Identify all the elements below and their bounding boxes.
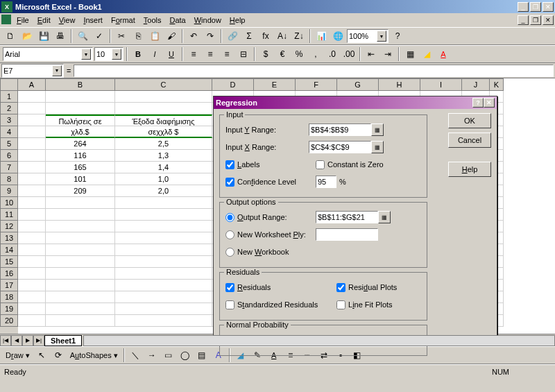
new-sheet-input[interactable] xyxy=(316,228,378,241)
zoom-combo[interactable]: 100% ▼ xyxy=(347,29,388,43)
cell[interactable] xyxy=(18,232,46,244)
row-header[interactable]: 20 xyxy=(0,315,18,327)
new-icon[interactable]: 🗋 xyxy=(3,28,18,44)
cell[interactable] xyxy=(46,209,115,221)
menu-view[interactable]: View xyxy=(55,15,80,26)
cell[interactable] xyxy=(18,162,46,173)
fontsize-combo[interactable]: 10 ▼ xyxy=(94,47,123,61)
cell[interactable] xyxy=(18,244,46,256)
autosum-icon[interactable]: Σ xyxy=(241,28,257,44)
minimize-button[interactable]: _ xyxy=(518,2,529,12)
confidence-input[interactable] xyxy=(316,176,336,188)
cell[interactable] xyxy=(115,280,212,291)
new-sheet-radio[interactable]: New Worksheet Ply: xyxy=(225,230,316,239)
fill-color-icon[interactable]: ◢ xyxy=(419,46,434,62)
workbook-icon[interactable] xyxy=(1,15,11,24)
paste-icon[interactable]: 📋 xyxy=(147,28,162,44)
undo-icon[interactable]: ↶ xyxy=(186,28,201,44)
cell[interactable] xyxy=(18,185,46,197)
cell[interactable] xyxy=(18,209,46,221)
preview-icon[interactable]: 🔍 xyxy=(75,28,90,44)
cell[interactable]: 1,4 xyxy=(115,162,212,173)
draw-menu[interactable]: Draw ▾ xyxy=(3,351,33,360)
cell[interactable] xyxy=(46,315,115,327)
column-header[interactable]: B xyxy=(46,78,115,91)
inc-indent-icon[interactable]: ⇥ xyxy=(380,46,395,62)
cell[interactable]: 264 xyxy=(46,138,115,150)
cell[interactable] xyxy=(18,103,46,114)
cell[interactable] xyxy=(18,303,46,315)
cell[interactable] xyxy=(46,91,115,103)
spell-icon[interactable]: ✓ xyxy=(92,28,107,44)
comma-icon[interactable]: , xyxy=(308,46,323,62)
row-header[interactable]: 16 xyxy=(0,268,18,280)
column-header[interactable]: I xyxy=(420,78,462,91)
chart-icon[interactable]: 📊 xyxy=(314,28,329,44)
cell[interactable]: 209 xyxy=(46,185,115,197)
cell[interactable] xyxy=(115,291,212,303)
column-header[interactable]: G xyxy=(337,78,379,91)
sort-desc-icon[interactable]: Z↓ xyxy=(291,28,307,44)
cell[interactable]: 1,0 xyxy=(115,173,212,185)
merge-icon[interactable]: ⊟ xyxy=(236,46,251,62)
rotate-icon[interactable]: ⟳ xyxy=(51,348,66,363)
cell[interactable]: 165 xyxy=(46,162,115,173)
cell[interactable] xyxy=(46,268,115,280)
maximize-button[interactable]: ❐ xyxy=(530,2,541,12)
row-header[interactable]: 10 xyxy=(0,197,18,209)
menu-format[interactable]: Format xyxy=(107,15,139,26)
row-header[interactable]: 5 xyxy=(0,138,18,150)
cell[interactable] xyxy=(18,280,46,291)
cell[interactable]: 2,0 xyxy=(115,185,212,197)
column-header[interactable]: A xyxy=(18,78,46,91)
cell[interactable]: χλδ.$ xyxy=(46,126,115,138)
cell[interactable] xyxy=(46,197,115,209)
dialog-help-button[interactable]: ? xyxy=(472,98,484,108)
cell[interactable] xyxy=(115,315,212,327)
redo-icon[interactable]: ↷ xyxy=(203,28,218,44)
doc-close-button[interactable]: ✕ xyxy=(543,15,554,25)
open-icon[interactable]: 📂 xyxy=(19,28,35,44)
cell[interactable] xyxy=(46,303,115,315)
cell[interactable]: 2,5 xyxy=(115,138,212,150)
menu-insert[interactable]: Insert xyxy=(79,15,107,26)
row-header[interactable]: 15 xyxy=(0,256,18,268)
dec-indent-icon[interactable]: ⇤ xyxy=(364,46,379,62)
cell[interactable] xyxy=(115,221,212,232)
cell[interactable] xyxy=(18,173,46,185)
bold-button[interactable]: B xyxy=(130,46,146,62)
doc-restore-button[interactable]: ❐ xyxy=(530,15,541,25)
prev-tab-button[interactable]: ◀ xyxy=(11,335,22,346)
residual-plots-checkbox[interactable]: Residual Plots xyxy=(336,283,397,292)
range-picker-icon[interactable]: ▦ xyxy=(371,123,384,136)
column-header[interactable]: C xyxy=(115,78,212,91)
cell[interactable] xyxy=(18,268,46,280)
row-header[interactable]: 1 xyxy=(0,91,18,103)
cell[interactable]: 101 xyxy=(46,173,115,185)
inc-decimal-icon[interactable]: .0 xyxy=(325,46,340,62)
column-header[interactable]: J xyxy=(462,78,490,91)
map-icon[interactable]: 🌐 xyxy=(330,28,345,44)
row-header[interactable]: 11 xyxy=(0,209,18,221)
row-header[interactable]: 14 xyxy=(0,244,18,256)
chevron-down-icon[interactable]: ▼ xyxy=(377,31,386,42)
cell[interactable] xyxy=(115,232,212,244)
euro-icon[interactable]: € xyxy=(275,46,290,62)
cell[interactable]: 116 xyxy=(46,150,115,162)
underline-button[interactable]: U xyxy=(164,46,179,62)
menu-help[interactable]: Help xyxy=(225,15,250,26)
cancel-button[interactable]: Cancel xyxy=(448,133,491,148)
font-color-icon[interactable]: A xyxy=(436,46,451,62)
range-picker-icon[interactable]: ▦ xyxy=(378,211,391,223)
cell[interactable] xyxy=(46,244,115,256)
sheet-tab[interactable]: Sheet1 xyxy=(44,335,82,346)
cell[interactable]: 1,3 xyxy=(115,150,212,162)
row-header[interactable]: 4 xyxy=(0,126,18,138)
constant-zero-checkbox[interactable]: Constant is Zero xyxy=(316,160,384,169)
doc-minimize-button[interactable]: _ xyxy=(518,15,529,25)
format-painter-icon[interactable]: 🖌 xyxy=(164,28,179,44)
row-header[interactable]: 8 xyxy=(0,173,18,185)
residuals-checkbox[interactable]: Residuals xyxy=(225,283,336,292)
horizontal-scrollbar[interactable] xyxy=(83,335,555,346)
cell[interactable] xyxy=(46,232,115,244)
